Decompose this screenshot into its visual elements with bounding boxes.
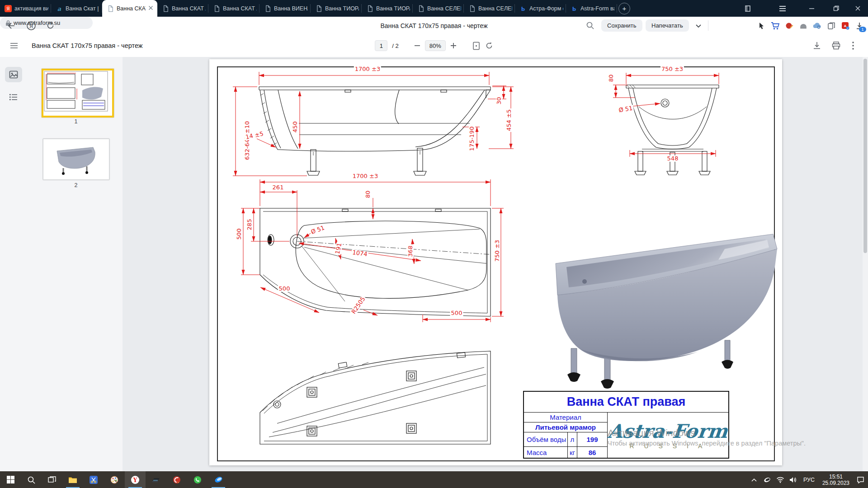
tab-1[interactable]: Яактивация вин [0,0,51,17]
astraform-logo-subtitle: R U S S I A [630,442,707,450]
pdf-extension-icon[interactable]: A [840,21,850,31]
zoom-out-button[interactable] [414,42,420,49]
tab-3[interactable]: Ванна СКАТ [102,0,157,17]
yandex-home-button[interactable]: Я [26,17,36,34]
clock[interactable]: 15:51 25.09.2023 [820,474,852,486]
cart-extension-icon[interactable] [770,21,780,31]
blue-app-button[interactable] [208,471,229,488]
thumbnails-panel: 1 2 [28,57,123,471]
dome-extension-icon[interactable] [798,21,808,31]
extensions-row: wA1 [756,17,864,34]
explorer-button[interactable] [62,471,83,488]
folder-icon [68,476,77,483]
fit-page-button[interactable] [472,42,481,50]
document-icon [264,5,271,12]
tab-8[interactable]: Ванна ТИОРА л [362,0,413,17]
rotate-button[interactable] [485,42,493,50]
material-value: Литьевой мрамор [524,422,607,432]
scrollbar-thumb[interactable] [863,59,867,253]
back-button[interactable] [6,17,15,34]
search-button[interactable] [21,471,42,488]
document-icon [468,5,476,12]
page-thumbnail-2[interactable] [43,139,109,180]
thumbnails-view-button[interactable] [5,67,22,82]
outline-view-button[interactable] [5,89,22,105]
new-tab-button[interactable]: + [618,0,631,17]
browser-menu-button[interactable] [778,0,787,17]
tab-4[interactable]: Ванна СКАТ ле [157,0,208,17]
tab-label: Ванна ТИОРА п [325,5,359,12]
plus-icon: + [618,3,630,14]
tab-2[interactable]: aВанна Скат | Ли [51,0,102,17]
refresh-button[interactable] [46,17,55,34]
pdf-download-button[interactable] [813,34,821,57]
dimension-label-1: 1700 ±3 [354,66,381,72]
tray-blue-app-icon[interactable] [762,474,772,485]
maximize-button[interactable] [828,0,844,17]
tab-12[interactable]: ЬAstra-Form ван [566,0,617,17]
start-button[interactable] [0,471,21,488]
svg-text:w: w [817,26,820,28]
close-window-button[interactable] [850,0,865,17]
pdf-print-button[interactable] [832,34,840,57]
zoom-level[interactable]: 80% [425,40,446,51]
clock-time: 15:51 [822,474,849,480]
dimension-label-14: 80 [365,190,371,199]
task-view-button[interactable] [42,471,62,488]
paint-button[interactable] [104,471,125,488]
download-icon[interactable]: 1 [854,21,864,31]
viewer-scrollbar[interactable] [863,57,868,471]
paint-icon [110,476,118,484]
image-thumbnails-icon [9,70,18,79]
title-block-title: Ванна СКАТ правая [524,392,728,413]
dimension-label-5: 30 [496,96,502,106]
tab-6[interactable]: Ванна ВИЕНА - [259,0,311,17]
whatsapp-button[interactable] [187,471,208,488]
tab-close-button[interactable] [148,5,155,12]
svg-text:Я: Я [29,23,33,29]
tab-5[interactable]: Ванна СКАТ ле [208,0,259,17]
minimize-button[interactable] [804,0,819,17]
document-icon [417,5,425,12]
toolbar-divider [708,20,708,31]
tickets-extension-icon[interactable] [826,21,836,31]
zoom-in-button[interactable] [450,42,457,49]
cloud-extension-icon[interactable]: w [812,21,822,31]
print-button[interactable]: Напечатать [646,19,689,32]
taskbar-apps: Y [0,471,229,488]
cleaner-extension-icon[interactable] [784,21,794,31]
tray-expand-button[interactable] [749,474,759,485]
svg-text:Я: Я [6,6,9,11]
page-thumbnail-1[interactable] [42,69,114,117]
dimension-label-13: 261 [272,184,285,191]
ccleaner-button[interactable] [166,471,187,488]
pdf-more-button[interactable] [852,34,854,57]
page-number-input[interactable]: 1 [375,40,387,51]
thumbnail-2-label: 2 [40,182,112,188]
tab-9[interactable]: Ванна СЕЛЕНА [413,0,464,17]
find-on-page-button[interactable] [586,17,594,34]
side-panel-button[interactable] [744,0,752,17]
yandex-browser-button[interactable]: Y [125,471,146,488]
toolbar-expand-button[interactable] [695,17,702,34]
tab-10[interactable]: Ванна СЕЛЕНА [464,0,515,17]
snipping-tool-button[interactable] [83,471,104,488]
taskbar-search-icon [27,476,35,484]
scanner-app-button[interactable] [146,471,166,488]
save-button[interactable]: Сохранить [601,19,642,32]
tab-11[interactable]: ЬАстра-Форм ф [515,0,566,17]
taskbar: Y РУС 15:51 25.09.2023 [0,471,868,488]
pdf-page: 1700 ±3632-647 ±1045014 ±530454 ±5175-19… [209,59,782,465]
minimize-icon [809,5,815,11]
tab-label: Astra-Form ван [580,5,614,12]
download-badge: 1 [859,27,866,32]
volume-tray-icon[interactable] [788,474,798,485]
language-indicator[interactable]: РУС [802,477,816,483]
dimension-label-12: 1700 ±3 [352,173,379,179]
tab-7[interactable]: Ванна ТИОРА п [311,0,362,17]
wifi-tray-icon[interactable] [775,474,785,485]
document-icon [107,5,114,12]
action-center-button[interactable] [855,474,865,485]
pointer-extension-icon[interactable] [756,21,766,31]
yandex-browser-icon: Y [131,475,140,484]
